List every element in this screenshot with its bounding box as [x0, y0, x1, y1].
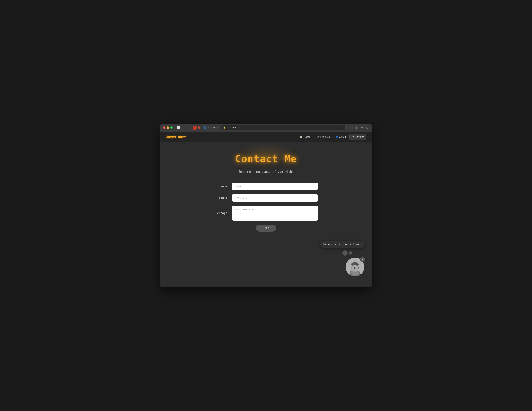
chat-dots	[342, 250, 353, 256]
lock-icon: 🔒	[223, 126, 226, 129]
name-label: Name:	[214, 185, 229, 188]
url-bar[interactable]: 🔒 jameshart.uk ↻	[221, 125, 346, 130]
envelope-icon: ✉	[352, 135, 354, 138]
profile-button[interactable]: 👤 Personal ▾	[203, 126, 218, 129]
browser-window: ⬜ ‹ › M 🔖 👤 Personal ▾ 🔒 jameshart.uk ↻ …	[161, 124, 371, 287]
send-button[interactable]: Send	[256, 225, 276, 232]
message-label: Message:	[214, 211, 229, 215]
site-main: Contact Me Send me a message, if you wis…	[161, 142, 371, 239]
submit-row: Send	[214, 225, 318, 232]
message-textarea[interactable]	[232, 206, 318, 220]
nav-home[interactable]: 🏠 Home	[297, 134, 313, 140]
extension-icon-2[interactable]: 🔖	[198, 126, 201, 130]
nav-about[interactable]: 👤 About	[333, 134, 348, 140]
share-button[interactable]: ⬆	[355, 125, 359, 130]
toolbar-right: ⬇ ⬆ + ⧉	[349, 125, 369, 130]
refresh-icon[interactable]: ↻	[342, 126, 344, 129]
name-input[interactable]	[232, 183, 318, 190]
code-icon: </>	[316, 135, 320, 138]
nav-contact[interactable]: ✉ Contact	[349, 134, 366, 140]
chat-dot-1	[342, 250, 348, 256]
chat-dot-2	[349, 251, 352, 255]
back-button[interactable]: ‹	[183, 125, 187, 130]
chat-close-button[interactable]: ✕	[360, 257, 365, 262]
email-label: Email:	[214, 196, 229, 200]
sidebar-toggle-button[interactable]: ⬜	[176, 125, 181, 130]
close-traffic-light[interactable]	[163, 126, 165, 129]
downloads-button[interactable]: ⬇	[349, 125, 353, 130]
forward-button[interactable]: ›	[187, 125, 191, 130]
svg-point-7	[352, 265, 358, 272]
extension-icon-1[interactable]: M	[193, 126, 197, 130]
contact-form: Name: Email: Message: Send	[214, 183, 318, 232]
email-input[interactable]	[232, 194, 318, 202]
browser-nav-buttons: ‹ ›	[183, 125, 191, 130]
chat-bottom-row: ✕	[346, 258, 364, 276]
person-icon: 👤	[335, 135, 338, 138]
svg-point-11	[354, 269, 356, 270]
browser-titlebar: ⬜ ‹ › M 🔖 👤 Personal ▾ 🔒 jameshart.uk ↻ …	[161, 124, 371, 132]
email-row: Email:	[214, 194, 318, 202]
page-title: Contact Me	[235, 153, 297, 164]
traffic-lights	[163, 126, 173, 129]
nav-projects[interactable]: </> Projects	[314, 134, 332, 140]
website-content: James Hart 🏠 Home </> Projects 👤 About ✉…	[161, 132, 371, 287]
nav-links: 🏠 Home </> Projects 👤 About ✉ Contact	[297, 134, 366, 140]
minimize-traffic-light[interactable]	[167, 126, 169, 129]
home-icon: 🏠	[300, 135, 303, 138]
message-row: Message:	[214, 206, 318, 220]
chat-bubble: Here you can contact me!	[320, 241, 364, 248]
site-nav: James Hart 🏠 Home </> Projects 👤 About ✉…	[161, 132, 371, 142]
maximize-traffic-light[interactable]	[171, 126, 173, 129]
profile-chevron: ▾	[218, 126, 218, 129]
new-tab-button[interactable]: +	[361, 125, 364, 130]
site-logo[interactable]: James Hart	[166, 135, 186, 139]
profile-icon: 👤	[203, 126, 206, 129]
tabs-button[interactable]: ⧉	[365, 125, 369, 130]
page-subtitle: Send me a message, if you wish|	[238, 170, 294, 173]
url-text: jameshart.uk	[227, 126, 240, 129]
chat-avatar-container: ✕	[346, 258, 364, 276]
chat-overlay: Here you can contact me! ✕	[320, 241, 364, 276]
name-row: Name:	[214, 183, 318, 190]
extension-icons: M 🔖	[193, 126, 201, 130]
